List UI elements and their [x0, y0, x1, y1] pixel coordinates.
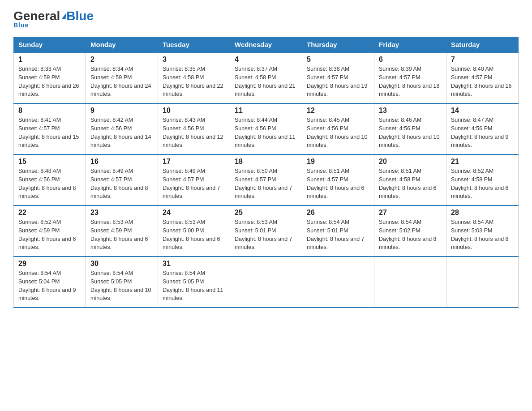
- day-info: Sunrise: 8:40 AMSunset: 4:57 PMDaylight:…: [451, 65, 514, 98]
- day-cell: 12Sunrise: 8:45 AMSunset: 4:56 PMDayligh…: [302, 103, 374, 154]
- day-info: Sunrise: 8:49 AMSunset: 4:57 PMDaylight:…: [90, 167, 153, 201]
- day-cell: 5Sunrise: 8:38 AMSunset: 4:57 PMDaylight…: [302, 52, 374, 103]
- day-info: Sunrise: 8:52 AMSunset: 4:59 PMDaylight:…: [18, 218, 81, 252]
- day-info: Sunrise: 8:39 AMSunset: 4:57 PMDaylight:…: [379, 65, 442, 98]
- day-info: Sunrise: 8:42 AMSunset: 4:56 PMDaylight:…: [90, 116, 153, 150]
- week-row-2: 8Sunrise: 8:41 AMSunset: 4:57 PMDaylight…: [14, 103, 519, 154]
- week-row-3: 15Sunrise: 8:48 AMSunset: 4:56 PMDayligh…: [14, 154, 519, 206]
- day-info: Sunrise: 8:53 AMSunset: 4:59 PMDaylight:…: [90, 218, 153, 252]
- day-cell: [374, 257, 446, 308]
- day-number: 20: [379, 158, 442, 166]
- day-cell: 29Sunrise: 8:54 AMSunset: 5:04 PMDayligh…: [14, 257, 86, 308]
- day-info: Sunrise: 8:54 AMSunset: 5:05 PMDaylight:…: [163, 269, 225, 303]
- day-number: 17: [163, 158, 225, 166]
- page-header: General Blue Blue: [13, 9, 519, 29]
- day-number: 28: [451, 209, 514, 217]
- day-number: 18: [235, 158, 297, 166]
- day-cell: 31Sunrise: 8:54 AMSunset: 5:05 PMDayligh…: [158, 257, 230, 308]
- day-info: Sunrise: 8:54 AMSunset: 5:05 PMDaylight:…: [90, 269, 153, 303]
- col-header-wednesday: Wednesday: [230, 37, 302, 53]
- day-cell: 19Sunrise: 8:51 AMSunset: 4:57 PMDayligh…: [302, 154, 374, 206]
- day-number: 6: [379, 56, 442, 64]
- day-cell: 3Sunrise: 8:35 AMSunset: 4:58 PMDaylight…: [158, 52, 230, 103]
- day-info: Sunrise: 8:34 AMSunset: 4:59 PMDaylight:…: [90, 65, 153, 98]
- day-info: Sunrise: 8:54 AMSunset: 5:03 PMDaylight:…: [451, 218, 514, 252]
- day-cell: 23Sunrise: 8:53 AMSunset: 4:59 PMDayligh…: [86, 206, 158, 257]
- day-cell: 1Sunrise: 8:33 AMSunset: 4:59 PMDaylight…: [14, 52, 86, 103]
- day-cell: 13Sunrise: 8:46 AMSunset: 4:56 PMDayligh…: [374, 103, 446, 154]
- day-info: Sunrise: 8:38 AMSunset: 4:57 PMDaylight:…: [307, 65, 369, 98]
- day-info: Sunrise: 8:51 AMSunset: 4:57 PMDaylight:…: [307, 167, 369, 201]
- day-info: Sunrise: 8:43 AMSunset: 4:56 PMDaylight:…: [163, 116, 225, 150]
- day-info: Sunrise: 8:53 AMSunset: 5:00 PMDaylight:…: [163, 218, 225, 252]
- day-cell: 2Sunrise: 8:34 AMSunset: 4:59 PMDaylight…: [86, 52, 158, 103]
- day-cell: 10Sunrise: 8:43 AMSunset: 4:56 PMDayligh…: [158, 103, 230, 154]
- calendar-table: SundayMondayTuesdayWednesdayThursdayFrid…: [13, 37, 519, 308]
- day-number: 5: [307, 56, 369, 64]
- col-header-tuesday: Tuesday: [158, 37, 230, 53]
- day-info: Sunrise: 8:54 AMSunset: 5:01 PMDaylight:…: [307, 218, 369, 252]
- day-number: 15: [18, 158, 81, 166]
- day-number: 8: [18, 107, 81, 115]
- day-number: 25: [235, 209, 297, 217]
- week-row-1: 1Sunrise: 8:33 AMSunset: 4:59 PMDaylight…: [14, 52, 519, 103]
- day-number: 30: [90, 260, 153, 268]
- day-cell: [446, 257, 519, 308]
- col-header-friday: Friday: [374, 37, 446, 53]
- day-info: Sunrise: 8:54 AMSunset: 5:04 PMDaylight:…: [18, 269, 81, 303]
- day-cell: 24Sunrise: 8:53 AMSunset: 5:00 PMDayligh…: [158, 206, 230, 257]
- day-number: 31: [163, 260, 225, 268]
- day-number: 14: [451, 107, 514, 115]
- day-cell: 20Sunrise: 8:51 AMSunset: 4:58 PMDayligh…: [374, 154, 446, 206]
- col-header-saturday: Saturday: [446, 37, 519, 53]
- day-cell: 18Sunrise: 8:50 AMSunset: 4:57 PMDayligh…: [230, 154, 302, 206]
- day-cell: 21Sunrise: 8:52 AMSunset: 4:58 PMDayligh…: [446, 154, 519, 206]
- day-cell: 15Sunrise: 8:48 AMSunset: 4:56 PMDayligh…: [14, 154, 86, 206]
- day-number: 13: [379, 107, 442, 115]
- day-cell: 14Sunrise: 8:47 AMSunset: 4:56 PMDayligh…: [446, 103, 519, 154]
- day-number: 12: [307, 107, 369, 115]
- col-header-monday: Monday: [86, 37, 158, 53]
- day-header-row: SundayMondayTuesdayWednesdayThursdayFrid…: [14, 37, 519, 53]
- day-cell: 4Sunrise: 8:37 AMSunset: 4:58 PMDaylight…: [230, 52, 302, 103]
- day-info: Sunrise: 8:52 AMSunset: 4:58 PMDaylight:…: [451, 167, 514, 201]
- day-cell: [302, 257, 374, 308]
- day-info: Sunrise: 8:53 AMSunset: 5:01 PMDaylight:…: [235, 218, 297, 252]
- day-info: Sunrise: 8:48 AMSunset: 4:56 PMDaylight:…: [18, 167, 81, 201]
- day-number: 7: [451, 56, 514, 64]
- day-info: Sunrise: 8:50 AMSunset: 4:57 PMDaylight:…: [235, 167, 297, 201]
- day-number: 9: [90, 107, 153, 115]
- day-cell: 28Sunrise: 8:54 AMSunset: 5:03 PMDayligh…: [446, 206, 519, 257]
- day-info: Sunrise: 8:44 AMSunset: 4:56 PMDaylight:…: [235, 116, 297, 150]
- day-cell: 17Sunrise: 8:49 AMSunset: 4:57 PMDayligh…: [158, 154, 230, 206]
- day-number: 10: [163, 107, 225, 115]
- day-cell: 9Sunrise: 8:42 AMSunset: 4:56 PMDaylight…: [86, 103, 158, 154]
- day-cell: 30Sunrise: 8:54 AMSunset: 5:05 PMDayligh…: [86, 257, 158, 308]
- day-number: 22: [18, 209, 81, 217]
- day-info: Sunrise: 8:49 AMSunset: 4:57 PMDaylight:…: [163, 167, 225, 201]
- day-info: Sunrise: 8:41 AMSunset: 4:57 PMDaylight:…: [18, 116, 81, 150]
- day-info: Sunrise: 8:46 AMSunset: 4:56 PMDaylight:…: [379, 116, 442, 150]
- logo-blue: Blue: [66, 9, 94, 23]
- day-cell: 27Sunrise: 8:54 AMSunset: 5:02 PMDayligh…: [374, 206, 446, 257]
- col-header-thursday: Thursday: [302, 37, 374, 53]
- day-info: Sunrise: 8:54 AMSunset: 5:02 PMDaylight:…: [379, 218, 442, 252]
- day-number: 24: [163, 209, 225, 217]
- day-number: 29: [18, 260, 81, 268]
- day-number: 23: [90, 209, 153, 217]
- col-header-sunday: Sunday: [14, 37, 86, 53]
- day-number: 3: [163, 56, 225, 64]
- day-number: 4: [235, 56, 297, 64]
- day-cell: 22Sunrise: 8:52 AMSunset: 4:59 PMDayligh…: [14, 206, 86, 257]
- day-info: Sunrise: 8:35 AMSunset: 4:58 PMDaylight:…: [163, 65, 225, 98]
- day-number: 21: [451, 158, 514, 166]
- day-number: 26: [307, 209, 369, 217]
- logo: General Blue Blue: [13, 9, 94, 29]
- day-info: Sunrise: 8:37 AMSunset: 4:58 PMDaylight:…: [235, 65, 297, 98]
- day-number: 1: [18, 56, 81, 64]
- day-cell: 6Sunrise: 8:39 AMSunset: 4:57 PMDaylight…: [374, 52, 446, 103]
- day-info: Sunrise: 8:45 AMSunset: 4:56 PMDaylight:…: [307, 116, 369, 150]
- day-number: 11: [235, 107, 297, 115]
- day-cell: [230, 257, 302, 308]
- day-number: 2: [90, 56, 153, 64]
